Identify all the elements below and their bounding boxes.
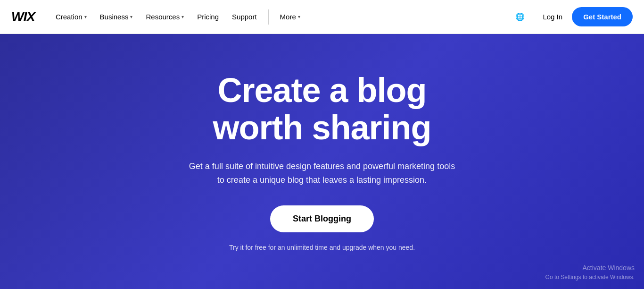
activate-windows-watermark: Activate Windows Go to Settings to activ… (545, 263, 635, 281)
globe-icon[interactable]: 🌐 (515, 12, 525, 22)
chevron-down-icon: ▾ (298, 14, 300, 19)
nav-item-more[interactable]: More ▾ (274, 9, 306, 25)
header-left: WIX Creation ▾ Business ▾ Resources ▾ Pr… (11, 9, 306, 25)
chevron-down-icon: ▾ (130, 14, 132, 19)
nav-label-pricing: Pricing (197, 13, 219, 21)
nav-label-business: Business (100, 13, 129, 21)
nav-label-more: More (280, 13, 296, 21)
hero-note: Try it for free for an unlimited time an… (229, 244, 415, 251)
header-divider (533, 9, 533, 25)
start-blogging-button[interactable]: Start Blogging (270, 205, 374, 232)
nav-item-pricing[interactable]: Pricing (191, 9, 224, 25)
nav-label-resources: Resources (146, 13, 180, 21)
main-nav: Creation ▾ Business ▾ Resources ▾ Pricin… (50, 9, 306, 25)
nav-label-creation: Creation (56, 13, 83, 21)
nav-item-creation[interactable]: Creation ▾ (50, 9, 92, 25)
login-button[interactable]: Log In (541, 9, 564, 25)
nav-label-support: Support (232, 13, 257, 21)
get-started-button[interactable]: Get Started (572, 7, 633, 26)
logo[interactable]: WIX (11, 9, 35, 25)
activate-windows-title: Activate Windows (545, 263, 635, 273)
hero-title-line1: Create a blog (217, 71, 426, 109)
hero-subtitle: Get a full suite of intuitive design fea… (189, 160, 455, 187)
nav-item-resources[interactable]: Resources ▾ (140, 9, 190, 25)
hero-title: Create a blog worth sharing (213, 72, 431, 146)
header: WIX Creation ▾ Business ▾ Resources ▾ Pr… (0, 0, 644, 34)
chevron-down-icon: ▾ (182, 14, 184, 19)
hero-section: Create a blog worth sharing Get a full s… (0, 34, 644, 289)
nav-item-support[interactable]: Support (226, 9, 263, 25)
nav-divider (268, 9, 269, 25)
chevron-down-icon: ▾ (84, 14, 87, 19)
hero-title-line2: worth sharing (213, 109, 431, 146)
activate-windows-subtitle: Go to Settings to activate Windows. (545, 273, 635, 281)
nav-item-business[interactable]: Business ▾ (94, 9, 139, 25)
header-right: 🌐 Log In Get Started (515, 7, 633, 26)
